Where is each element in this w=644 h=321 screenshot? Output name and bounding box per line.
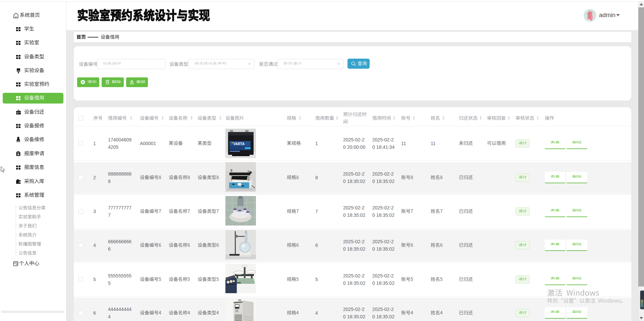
svg-text:VARTA: VARTA [233,142,245,146]
